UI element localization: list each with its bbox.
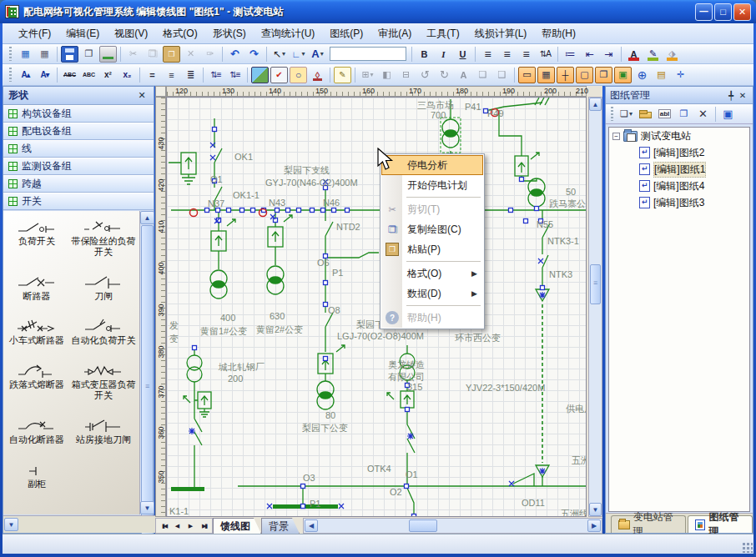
selection-handle[interactable] xyxy=(297,208,301,213)
selection-handle[interactable] xyxy=(520,178,524,182)
selection-handle[interactable] xyxy=(535,207,539,211)
subscript-icon[interactable] xyxy=(118,67,136,83)
selection-handle[interactable] xyxy=(509,208,513,213)
panel-tab-图纸管理[interactable]: 图纸管理 xyxy=(688,515,753,533)
context-menu-item[interactable]: 开始停电计划 xyxy=(381,175,483,195)
shape-group-跨越[interactable]: 跨越 xyxy=(3,175,154,193)
canvas-scroll-right-icon[interactable]: ▶ xyxy=(587,519,601,532)
stencil-item-fuse-load-switch[interactable]: 带保险丝的负荷开关 xyxy=(68,219,139,258)
pin-icon[interactable]: ╇ xyxy=(725,91,737,100)
open-page-icon[interactable] xyxy=(637,106,654,123)
layout-icon[interactable] xyxy=(672,67,689,83)
text-tool-icon[interactable]: ▾ xyxy=(309,46,326,63)
selection-handle[interactable] xyxy=(324,281,328,285)
canvas-scroll-up-icon[interactable]: ▲ xyxy=(589,98,602,111)
tree-node-root[interactable]: −测试变电站 xyxy=(609,128,749,144)
minimize-button[interactable]: 一 xyxy=(695,3,713,21)
page-tab-背景[interactable]: 背景 xyxy=(261,518,300,534)
selection-handle[interactable] xyxy=(216,208,220,213)
align-center-icon[interactable] xyxy=(498,46,516,63)
selection-handle[interactable] xyxy=(240,208,244,213)
selection-handle[interactable] xyxy=(251,208,255,213)
stencil-scroll-down-icon[interactable]: ▼ xyxy=(140,501,154,514)
print-preview-icon[interactable] xyxy=(80,46,98,63)
note-icon[interactable] xyxy=(334,67,351,83)
menu-item[interactable]: 线损计算(L) xyxy=(467,24,535,43)
undo-icon[interactable] xyxy=(226,46,244,63)
selection-handle[interactable] xyxy=(324,357,328,361)
canvas-vscroll-thumb[interactable] xyxy=(590,264,601,304)
underline-icon[interactable] xyxy=(454,46,471,63)
indent-icon[interactable] xyxy=(600,46,617,63)
spacing-single-icon[interactable] xyxy=(144,67,161,83)
connection-points-toggle-icon[interactable] xyxy=(576,67,593,83)
grid-toggle-icon[interactable] xyxy=(537,67,555,83)
outdent-icon[interactable] xyxy=(581,46,598,63)
connector-tool-icon[interactable]: ▾ xyxy=(290,46,307,63)
menu-item[interactable]: 格式(O) xyxy=(155,24,204,43)
canvas-scroll-left-icon[interactable]: ◀ xyxy=(305,519,318,532)
nav-next-page-icon[interactable] xyxy=(184,520,197,532)
delete-page-icon[interactable] xyxy=(694,106,712,123)
paste-icon[interactable] xyxy=(163,46,180,63)
pan-window-toggle-icon[interactable] xyxy=(614,67,632,83)
context-menu-item[interactable]: 停电分析 xyxy=(381,155,483,175)
space-after-icon[interactable] xyxy=(226,67,244,83)
save-icon[interactable] xyxy=(61,46,78,63)
style-combo[interactable] xyxy=(330,47,406,61)
context-menu-item[interactable]: 数据(D)▶ xyxy=(381,284,483,304)
font-color-icon[interactable] xyxy=(625,46,643,63)
tree-node-drawing[interactable]: [编辑]图纸1 xyxy=(609,161,749,178)
abc-icon[interactable] xyxy=(80,67,98,83)
superscript-icon[interactable] xyxy=(99,67,117,83)
shape-group-线[interactable]: 线 xyxy=(3,140,154,158)
page-tab-馈线图[interactable]: 馈线图 xyxy=(213,518,261,534)
fill-color-icon[interactable] xyxy=(663,46,681,63)
maximize-button[interactable]: □ xyxy=(714,3,732,21)
drawings-panel-close-icon[interactable]: ✕ xyxy=(737,91,748,100)
line-color-icon[interactable] xyxy=(644,46,662,63)
drawing-canvas[interactable]: 三鸟市场700P41P49OK1梨园下支线GYJ-70(N46-O2)400MO… xyxy=(166,97,587,517)
canvas-vertical-scrollbar[interactable]: ▲ ▼ xyxy=(588,97,602,517)
rename-icon[interactable] xyxy=(656,106,673,123)
selection-handle[interactable] xyxy=(524,219,528,223)
selection-handle[interactable] xyxy=(321,208,325,213)
shape-group-配电设备组[interactable]: 配电设备组 xyxy=(3,123,154,140)
stencil-scroll-up-icon[interactable]: ▲ xyxy=(140,211,154,224)
tree-expander-icon[interactable]: − xyxy=(612,133,620,140)
nav-prev-page-icon[interactable] xyxy=(171,520,184,532)
menu-item[interactable]: 文件(F) xyxy=(11,24,58,43)
dropdown-arrow-icon[interactable]: ▾ xyxy=(282,50,285,58)
new-page-icon[interactable]: ▾ xyxy=(617,106,635,123)
page-breaks-toggle-icon[interactable] xyxy=(595,67,612,83)
align-left-icon[interactable] xyxy=(479,46,496,63)
new-drawing-icon[interactable] xyxy=(17,46,34,63)
context-menu-item[interactable]: 复制绘图(C) xyxy=(381,219,483,239)
dropdown-arrow-icon[interactable]: ▾ xyxy=(370,71,374,78)
close-button[interactable]: ✕ xyxy=(733,3,751,21)
insert-picture-icon[interactable] xyxy=(251,67,269,83)
report-table-icon[interactable] xyxy=(36,46,53,63)
print-icon[interactable] xyxy=(99,46,117,63)
menu-item[interactable]: 帮助(H) xyxy=(534,24,583,43)
selection-handle[interactable] xyxy=(541,286,545,290)
selection-handle[interactable] xyxy=(213,128,217,132)
selection-handle[interactable] xyxy=(301,484,305,489)
spacing-15-icon[interactable] xyxy=(163,67,180,83)
find-icon[interactable] xyxy=(290,67,307,83)
shape-group-开关[interactable]: 开关 xyxy=(3,193,154,210)
vertical-text-icon[interactable] xyxy=(537,46,554,63)
stencil-item-knife[interactable]: 刀闸 xyxy=(68,274,139,302)
numbering-icon[interactable] xyxy=(562,46,579,63)
selection-handle[interactable] xyxy=(412,514,416,518)
panel-tab-变电站管理[interactable]: 变电站管理 xyxy=(611,515,686,533)
stamp-icon[interactable] xyxy=(309,67,326,83)
guides-toggle-icon[interactable] xyxy=(557,67,574,83)
stencil-item-trolley-breaker[interactable]: 小车式断路器 xyxy=(5,319,68,346)
menu-item[interactable]: 查询统计(U) xyxy=(254,24,323,43)
grow-font-icon[interactable] xyxy=(17,67,34,83)
station-icon[interactable] xyxy=(719,106,737,123)
selection-handle[interactable] xyxy=(310,208,315,213)
stencil-item-auto-load-switch[interactable]: 自动化负荷开关 xyxy=(68,319,139,346)
stencil-item-breaker[interactable]: 断路器 xyxy=(5,274,68,302)
